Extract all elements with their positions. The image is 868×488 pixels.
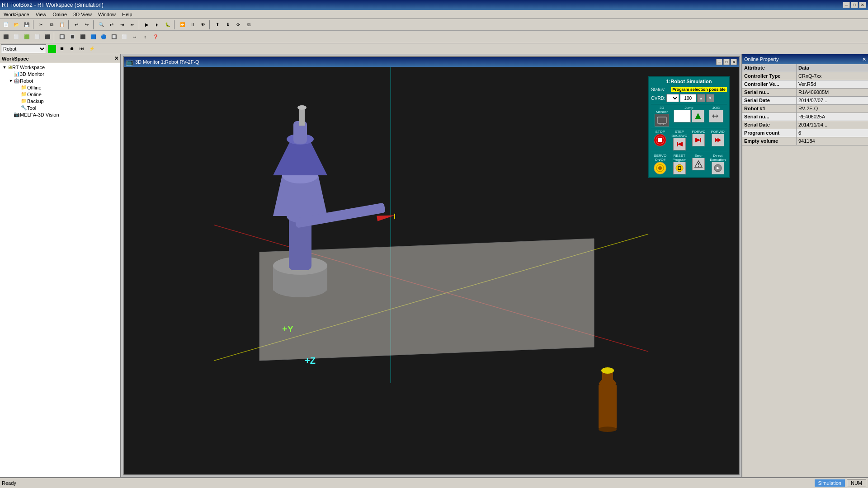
menu-window[interactable]: Window <box>95 11 118 18</box>
find-btn[interactable]: 🔍 <box>96 20 106 30</box>
tb2-btn8[interactable]: ⬛ <box>78 32 88 42</box>
sim-ovrd-select[interactable] <box>666 94 679 102</box>
menu-help[interactable]: Help <box>119 11 135 18</box>
save-btn[interactable]: 💾 <box>22 20 32 30</box>
tree-online[interactable]: 📁 Online <box>1 91 119 98</box>
outdent-btn[interactable]: ⇤ <box>127 20 137 30</box>
cut-btn[interactable]: ✂ <box>36 20 46 30</box>
tb2-btn12[interactable]: ⬜ <box>119 32 129 42</box>
tree-rt-workspace[interactable]: ▼ 🖥 RT Workspace <box>1 64 119 70</box>
watch-btn[interactable]: 👁 <box>198 20 208 30</box>
minimize-button[interactable]: ─ <box>843 2 850 8</box>
download-btn[interactable]: ⬇ <box>223 20 233 30</box>
paste-btn[interactable]: 📋 <box>57 20 67 30</box>
robot-btn4[interactable]: ⏮ <box>78 45 86 53</box>
sim-panel: 1:Robot Simulation Status: Program selec… <box>648 76 730 178</box>
svg-point-35 <box>698 166 699 167</box>
bp-btn[interactable]: ⏸ <box>188 20 198 30</box>
new-btn[interactable]: 📄 <box>1 20 11 30</box>
sim-direct-btn[interactable] <box>712 162 724 174</box>
tb2-btn11[interactable]: 🔲 <box>109 32 119 42</box>
sep4 <box>139 20 141 29</box>
menu-3dview[interactable]: 3D View <box>71 11 94 18</box>
tree-offline[interactable]: 📁 Offline <box>1 84 119 91</box>
axis-y-label: +Y <box>282 324 293 334</box>
robot-btn5[interactable]: ⚡ <box>88 45 96 53</box>
sim-stop-btn[interactable] <box>654 134 666 146</box>
robot-btn1[interactable] <box>48 45 56 53</box>
property-panel: Online Property ✕ Attribute Data Control… <box>741 54 868 477</box>
monitor-area: 📺 3D Monitor 1:Robot RV-2F-Q ─ □ ✕ <box>121 54 741 477</box>
sim-jump-btn[interactable] <box>692 110 704 122</box>
property-close-btn[interactable]: ✕ <box>862 56 866 62</box>
tb2-btn14[interactable]: ↕ <box>140 32 150 42</box>
monitor-min-btn[interactable]: ─ <box>716 59 722 65</box>
sim-servo-btn[interactable] <box>654 162 666 174</box>
close-button[interactable]: ✕ <box>859 2 866 8</box>
tb2-btn6[interactable]: 🔲 <box>57 32 67 42</box>
tb2-btn13[interactable]: ↔ <box>130 32 140 42</box>
menu-online[interactable]: Online <box>50 11 70 18</box>
ovrd-up-btn[interactable]: ▲ <box>697 94 705 102</box>
prop-key-5: Serial nu... <box>742 113 797 121</box>
sync-btn[interactable]: ⟳ <box>233 20 243 30</box>
prop-key-1: Controller Ve... <box>742 80 797 88</box>
sim-jog-btn[interactable] <box>709 110 723 122</box>
tb2-btn3[interactable]: 🟩 <box>22 32 32 42</box>
tb2-btn1[interactable]: ⬛ <box>1 32 11 42</box>
redo-btn[interactable]: ↪ <box>82 20 92 30</box>
tb2-btn7[interactable]: 🔳 <box>67 32 77 42</box>
open-btn[interactable]: 📂 <box>11 20 21 30</box>
tree-tool[interactable]: 🔧 Tool <box>1 104 119 111</box>
undo-btn[interactable]: ↩ <box>71 20 81 30</box>
tb2-btn2[interactable]: ⬜ <box>11 32 21 42</box>
step-btn[interactable]: ⏩ <box>177 20 187 30</box>
sim-step-backwd-btn[interactable] <box>673 138 686 150</box>
sim-jog-label: JOG <box>705 106 727 110</box>
sim-forwd1-btn[interactable] <box>692 134 705 146</box>
tb2-btn4[interactable]: ⬜ <box>32 32 42 42</box>
sim-forwd2-btn[interactable] <box>712 134 724 146</box>
tree-backup[interactable]: 📁 Backup <box>1 98 119 104</box>
ovrd-down-btn[interactable]: ▼ <box>706 94 714 102</box>
sim-jump-input[interactable] <box>674 110 691 122</box>
monitor-close-btn[interactable]: ✕ <box>731 59 737 65</box>
tb2-btn9[interactable]: 🟦 <box>88 32 98 42</box>
indent-btn[interactable]: ⇥ <box>117 20 127 30</box>
compile-btn[interactable]: ▶ <box>142 20 152 30</box>
debug-btn[interactable]: 🐛 <box>163 20 173 30</box>
workspace-close[interactable]: ✕ <box>114 56 118 61</box>
robot-svg <box>223 94 395 320</box>
monitor-restore-btn[interactable]: □ <box>723 59 730 65</box>
sim-error-btn[interactable] <box>692 158 705 170</box>
robot-btn2[interactable]: ⏹ <box>58 45 66 53</box>
tree-3d-monitor[interactable]: 📊 3D Monitor <box>1 70 119 77</box>
run-btn[interactable]: ⏵ <box>152 20 162 30</box>
menubar: WorkSpace View Online 3D View Window Hel… <box>0 10 868 19</box>
monitor-window: 📺 3D Monitor 1:Robot RV-2F-Q ─ □ ✕ <box>123 56 740 475</box>
tree-robot[interactable]: ▼ 🤖 Robot <box>1 77 119 84</box>
property-row-5: Serial nu...RE406025A <box>742 113 868 121</box>
sim-ovrd-input[interactable] <box>680 94 696 102</box>
monitor-icon: 📺 <box>126 58 133 66</box>
replace-btn[interactable]: ⇄ <box>107 20 117 30</box>
compare-btn[interactable]: ⚖ <box>244 20 254 30</box>
robot-selector[interactable]: Robot <box>1 44 46 53</box>
tb2-btn5[interactable]: ⬛ <box>42 32 52 42</box>
sim-reset-btn[interactable] <box>673 162 686 174</box>
sim-3dmonitor-btn[interactable] <box>655 114 669 127</box>
menu-workspace[interactable]: WorkSpace <box>1 11 32 18</box>
upload-btn[interactable]: ⬆ <box>212 20 222 30</box>
axes-svg <box>124 67 739 474</box>
tb2-btn10[interactable]: 🔵 <box>99 32 108 42</box>
copy-btn[interactable]: ⧉ <box>47 20 57 30</box>
title-text: RT ToolBox2 - RT Workspace (Simulation) <box>2 2 104 8</box>
property-title: Online Property <box>744 56 778 62</box>
restore-button[interactable]: □ <box>851 2 858 8</box>
tree-melfa-vision[interactable]: 📷 MELFA-3D Vision <box>1 111 119 118</box>
tb2-btn15[interactable]: ❓ <box>151 32 160 42</box>
workspace-header: WorkSpace ✕ <box>0 54 120 63</box>
statusbar-left: Ready <box>2 480 16 486</box>
robot-btn3[interactable]: ⏺ <box>68 45 76 53</box>
menu-view[interactable]: View <box>33 11 49 18</box>
